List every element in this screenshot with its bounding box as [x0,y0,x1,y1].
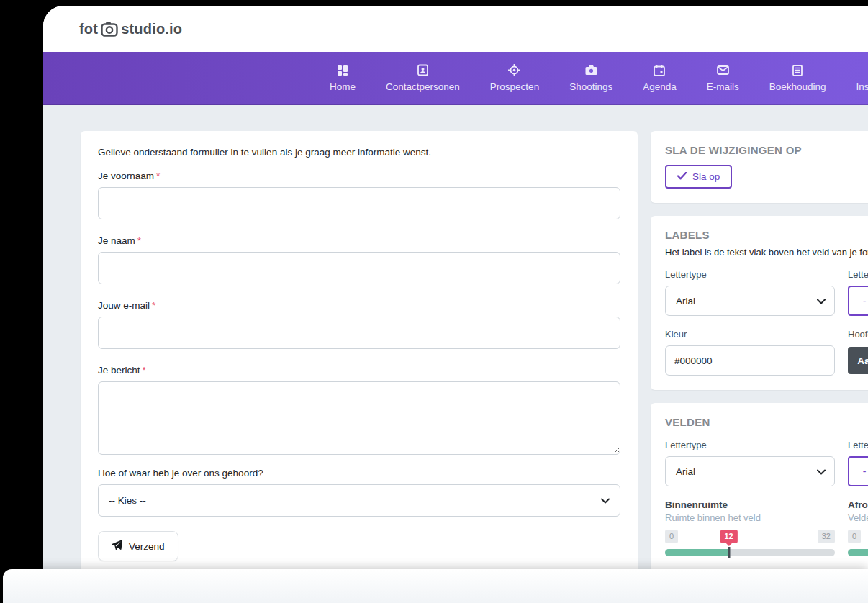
nav-item-label: Contactpersonen [386,81,460,92]
verzend-button-label: Verzend [129,541,165,552]
velden-lettergrootte-box[interactable]: - [848,456,868,486]
naam-input[interactable] [98,252,620,284]
velden-lettertype-group: Lettertype Arial [665,440,835,486]
nav-item-shootings[interactable]: Shootings [569,64,612,92]
lettertype-select-value: Arial [676,296,695,307]
gehoord-select-value: -- Kies -- [109,495,146,506]
binnenruimte-slider-group: Binnenruimte Ruimte binnen het veld 0 12… [665,499,835,556]
velden-lettertype-select[interactable]: Arial [665,456,835,486]
form-intro-text: Gelieve onderstaand formulier in te vull… [98,147,620,158]
labels-panel-title: LABELS [665,229,868,241]
lettergrootte-label: Lettergrootte [848,440,868,450]
bottom-bar [3,569,868,603]
lettertype-label: Lettertype [665,269,835,280]
velden-lettergrootte-group: Lettergrootte - [848,440,868,486]
target-icon [508,64,520,76]
required-asterisk: * [143,365,146,376]
ledger-icon [792,64,803,76]
labels-kleur-input[interactable] [665,345,835,376]
lettertype-select-value: Arial [676,466,695,477]
camera-logo-icon [99,22,119,37]
nav-item-instellingen[interactable]: Instellingen [856,64,868,92]
nav-item-label: Boekhouding [769,81,826,92]
slider-fill [848,549,868,556]
slider-max-badge: 32 [818,530,835,543]
labels-lettertype-group: Lettertype Arial [665,269,835,316]
verzend-button[interactable]: Verzend [98,531,178,561]
lettergrootte-label: Lettergrootte [848,269,868,280]
slider-value-badge: 12 [720,530,737,543]
afronding-label: Afronding [848,499,868,510]
slider-min-badge: 0 [848,530,861,543]
hoofdletters-label: Hoofdletters [848,329,868,340]
slider-fill [665,549,729,556]
save-panel: SLA DE WIJZIGINGEN OP Sla op [651,131,868,203]
nav-item-label: Prospecten [490,81,539,92]
nav-item-contactpersonen[interactable]: Contactpersonen [386,64,460,92]
check-icon [677,171,687,182]
sla-op-button[interactable]: Sla op [665,165,732,189]
contact-form-card: Gelieve onderstaand formulier in te vull… [81,131,638,579]
required-asterisk: * [152,300,155,311]
chevron-down-icon [817,296,826,307]
labels-lettergrootte-box[interactable]: - [848,286,868,316]
nav-item-label: Shootings [569,81,612,92]
nav-item-emails[interactable]: E-mails [707,64,739,92]
afronding-sublabel: Velden afronden [848,512,868,523]
grid-icon [337,64,348,76]
labels-lettertype-select[interactable]: Arial [665,286,835,316]
labels-panel: LABELS Het label is de tekst vlak boven … [651,216,868,390]
nav-item-home[interactable]: Home [330,64,356,92]
slider-handle[interactable] [728,547,730,558]
save-panel-title: SLA DE WIJZIGINGEN OP [665,144,868,156]
main-nav: Home Contactpersonen Prospecten Shooting… [43,52,868,105]
voornaam-input[interactable] [98,187,620,219]
gehoord-label: Hoe of waar heb je over ons gehoord? [98,468,620,479]
labels-hoofdletters-group: Hoofdletters Aa [848,329,868,376]
nav-item-boekhouding[interactable]: Boekhouding [769,64,826,92]
app-window: fot studio.io Home Contactpersonen Prosp… [43,6,868,603]
content-area: Gelieve onderstaand formulier in te vull… [43,105,868,603]
nav-item-label: Home [330,81,356,92]
naam-label: Je naam* [98,235,620,246]
labels-lettergrootte-group: Lettergrootte - [848,269,868,316]
email-input[interactable] [98,317,620,349]
chevron-down-icon [601,495,610,506]
lettertype-label: Lettertype [665,440,835,450]
nav-item-label: Instellingen [856,81,868,92]
settings-column: SLA DE WIJZIGINGEN OP Sla op LABELS Het … [651,131,868,594]
afronding-slider[interactable] [848,549,868,556]
sla-op-button-label: Sla op [692,171,720,182]
nav-item-label: Agenda [643,81,677,92]
logo[interactable]: fot studio.io [79,21,182,37]
calendar-icon [654,64,665,76]
binnenruimte-slider[interactable] [665,549,835,556]
binnenruimte-label: Binnenruimte [665,499,835,510]
chevron-down-icon [817,466,826,477]
labels-panel-description: Het label is de tekst vlak boven het vel… [665,247,868,258]
camera-icon [585,64,597,76]
nav-item-prospecten[interactable]: Prospecten [490,64,539,92]
bericht-label: Je bericht* [98,365,620,376]
nav-item-label: E-mails [707,81,739,92]
gehoord-select[interactable]: -- Kies -- [98,484,620,517]
hoofdletters-toggle[interactable]: Aa [848,347,868,374]
nav-item-agenda[interactable]: Agenda [643,64,677,92]
logo-text-left: fot [79,21,98,37]
velden-panel-title: VELDEN [665,416,868,428]
voornaam-label: Je voornaam* [98,171,620,181]
contact-card-icon [417,64,428,76]
logo-text-right: studio.io [121,21,182,37]
bericht-textarea[interactable] [98,381,620,455]
app-header: fot studio.io [43,6,868,52]
slider-min-badge: 0 [665,530,678,543]
kleur-label: Kleur [665,329,835,340]
required-asterisk: * [156,171,160,181]
required-asterisk: * [137,235,141,246]
labels-kleur-group: Kleur [665,329,835,376]
send-icon [112,540,122,553]
afronding-slider-group: Afronding Velden afronden 0 [848,499,868,556]
binnenruimte-sublabel: Ruimte binnen het veld [665,512,835,523]
velden-panel: VELDEN Lettertype Arial Lettergrootte [651,403,868,594]
envelope-icon [717,64,729,76]
